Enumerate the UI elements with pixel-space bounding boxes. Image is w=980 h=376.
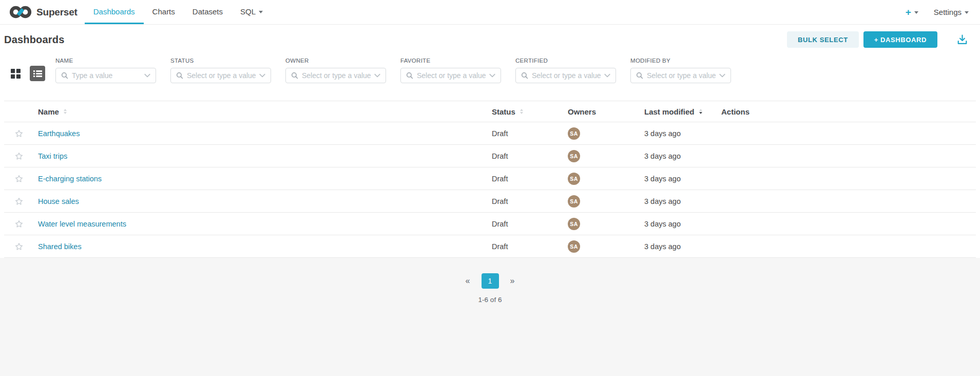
favorite-star-icon[interactable] bbox=[14, 152, 24, 161]
superset-infinity-icon bbox=[9, 5, 32, 19]
filter-input[interactable]: Type a value bbox=[55, 68, 156, 83]
owner-avatar[interactable]: SA bbox=[568, 150, 580, 162]
filter-placeholder: Type a value bbox=[72, 71, 112, 80]
dashboard-link[interactable]: Taxi trips bbox=[38, 152, 67, 160]
import-dashboards-icon[interactable] bbox=[956, 33, 969, 46]
filter-placeholder: Select or type a value bbox=[647, 71, 716, 80]
owner-avatar[interactable]: SA bbox=[568, 240, 580, 253]
filter-placeholder: Select or type a value bbox=[417, 71, 486, 80]
nav-tab-label: Dashboards bbox=[93, 7, 135, 16]
filter-input[interactable]: Select or type a value bbox=[630, 68, 731, 83]
dashboard-link[interactable]: Shared bikes bbox=[38, 242, 82, 251]
navbar-right: + Settings bbox=[906, 0, 972, 24]
filter: MODIFIED BY Select or type a value bbox=[630, 58, 731, 83]
filter-placeholder: Select or type a value bbox=[532, 71, 601, 80]
settings-menu[interactable]: Settings bbox=[934, 8, 969, 16]
dashboards-table: Name Status Owners Last modified Actions bbox=[0, 101, 980, 258]
filter-placeholder: Select or type a value bbox=[302, 71, 371, 80]
search-icon bbox=[176, 72, 183, 79]
column-header-name[interactable]: Name bbox=[34, 107, 492, 116]
filter-input[interactable]: Select or type a value bbox=[170, 68, 271, 83]
owner-avatar[interactable]: SA bbox=[568, 173, 580, 185]
dashboard-link[interactable]: E-charging stations bbox=[38, 175, 102, 183]
filter-label: CERTIFIED bbox=[515, 58, 616, 64]
filter-bar: NAME Type a value S bbox=[0, 54, 980, 101]
table-row: Earthquakes Draft SA 3 days ago bbox=[4, 122, 976, 145]
bulk-select-button[interactable]: BULK SELECT bbox=[787, 31, 859, 48]
nav-tab[interactable]: Datasets bbox=[184, 0, 232, 24]
dashboard-link[interactable]: House sales bbox=[38, 197, 79, 205]
favorite-star-icon[interactable] bbox=[14, 174, 24, 183]
owner-avatar[interactable]: SA bbox=[568, 218, 580, 230]
filters-row: NAME Type a value S bbox=[55, 58, 745, 83]
table-body: Earthquakes Draft SA 3 days ago Taxi tri… bbox=[4, 122, 976, 258]
filter-input[interactable]: Select or type a value bbox=[515, 68, 616, 83]
header-actions: BULK SELECT + DASHBOARD bbox=[787, 31, 970, 48]
filter: CERTIFIED Select or type a value bbox=[515, 58, 616, 83]
status-cell: Draft bbox=[492, 129, 568, 138]
prev-page-button[interactable]: « bbox=[466, 277, 470, 285]
search-icon bbox=[521, 72, 528, 79]
dashboard-link[interactable]: Earthquakes bbox=[38, 129, 80, 138]
column-header-actions: Actions bbox=[721, 107, 976, 116]
sort-desc-icon bbox=[699, 109, 702, 114]
favorite-star-icon[interactable] bbox=[14, 219, 24, 229]
filter-label: FAVORITE bbox=[400, 58, 501, 64]
brand-name: Superset bbox=[36, 7, 78, 18]
list-view-icon[interactable] bbox=[30, 66, 45, 81]
filter-label: STATUS bbox=[170, 58, 271, 64]
card-view-icon[interactable] bbox=[8, 66, 23, 81]
nav-tab[interactable]: Dashboards bbox=[85, 0, 144, 24]
favorite-star-icon[interactable] bbox=[14, 129, 24, 138]
column-header-owners: Owners bbox=[568, 107, 644, 116]
nav-tab-label: Charts bbox=[152, 7, 175, 16]
favorite-star-icon[interactable] bbox=[14, 242, 24, 251]
filter: STATUS Select or type a value bbox=[170, 58, 271, 83]
status-cell: Draft bbox=[492, 242, 568, 251]
new-item-menu[interactable]: + bbox=[906, 7, 918, 17]
table-row: House sales Draft SA 3 days ago bbox=[4, 190, 976, 213]
table-row: Shared bikes Draft SA 3 days ago bbox=[4, 235, 976, 258]
search-icon bbox=[291, 72, 298, 79]
chevron-down-icon bbox=[259, 73, 265, 78]
filter: FAVORITE Select or type a value bbox=[400, 58, 501, 83]
column-header-last-modified[interactable]: Last modified bbox=[644, 107, 721, 116]
nav-tab[interactable]: Charts bbox=[144, 0, 184, 24]
filter-placeholder: Select or type a value bbox=[187, 71, 256, 80]
chevron-down-icon bbox=[374, 73, 380, 78]
table-row: E-charging stations Draft SA 3 days ago bbox=[4, 167, 976, 190]
last-modified-cell: 3 days ago bbox=[644, 129, 721, 138]
filter-label: NAME bbox=[55, 58, 156, 64]
sort-icon bbox=[64, 109, 67, 114]
search-icon bbox=[406, 72, 413, 79]
chevron-down-icon bbox=[604, 73, 610, 78]
favorite-star-icon[interactable] bbox=[14, 197, 24, 206]
status-cell: Draft bbox=[492, 197, 568, 205]
pagination: « 1 » bbox=[466, 273, 515, 289]
owner-avatar[interactable]: SA bbox=[568, 195, 580, 208]
search-icon bbox=[636, 72, 643, 79]
filter-input[interactable]: Select or type a value bbox=[400, 68, 501, 83]
nav-tab[interactable]: SQL bbox=[232, 0, 272, 24]
chevron-down-icon bbox=[719, 73, 725, 78]
new-dashboard-button[interactable]: + DASHBOARD bbox=[863, 31, 937, 48]
view-toggle bbox=[8, 66, 45, 81]
page-title: Dashboards bbox=[4, 34, 65, 46]
filter: NAME Type a value bbox=[55, 58, 156, 83]
filter-input[interactable]: Select or type a value bbox=[285, 68, 386, 83]
last-modified-cell: 3 days ago bbox=[644, 220, 721, 228]
status-cell: Draft bbox=[492, 175, 568, 183]
column-header-status[interactable]: Status bbox=[492, 107, 568, 116]
superset-logo[interactable]: Superset bbox=[9, 0, 78, 24]
chevron-down-icon bbox=[914, 11, 918, 14]
dashboard-link[interactable]: Water level measurements bbox=[38, 220, 126, 228]
chevron-down-icon bbox=[489, 73, 495, 78]
next-page-button[interactable]: » bbox=[510, 277, 515, 285]
plus-icon: + bbox=[906, 7, 911, 17]
last-modified-cell: 3 days ago bbox=[644, 197, 721, 205]
chevron-down-icon bbox=[965, 11, 969, 14]
filter-label: OWNER bbox=[285, 58, 386, 64]
owner-avatar[interactable]: SA bbox=[568, 127, 580, 140]
filter-label: MODIFIED BY bbox=[630, 58, 731, 64]
page-1-button[interactable]: 1 bbox=[482, 273, 499, 289]
